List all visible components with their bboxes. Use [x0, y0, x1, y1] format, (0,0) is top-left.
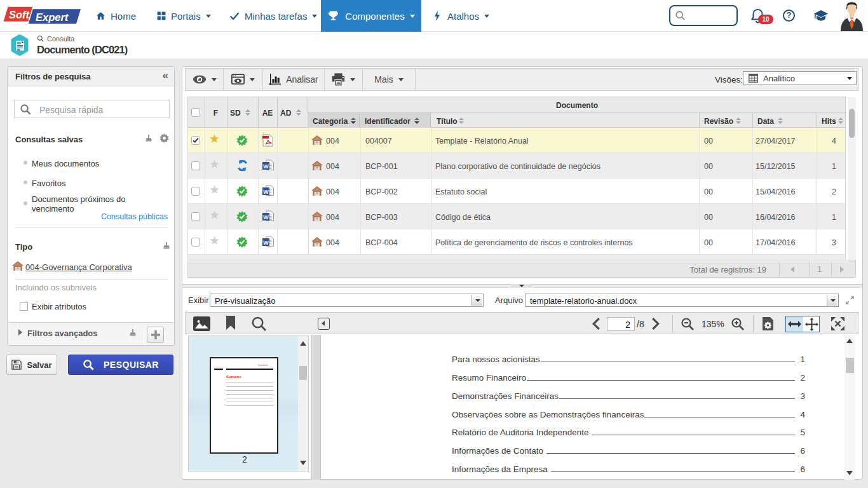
- svg-text:W: W: [263, 163, 269, 170]
- svg-text:W: W: [263, 214, 269, 220]
- svg-text:Expert: Expert: [36, 11, 69, 23]
- svg-text:W: W: [263, 240, 269, 246]
- svg-text:Soft: Soft: [9, 9, 31, 20]
- svg-text:W: W: [263, 189, 269, 195]
